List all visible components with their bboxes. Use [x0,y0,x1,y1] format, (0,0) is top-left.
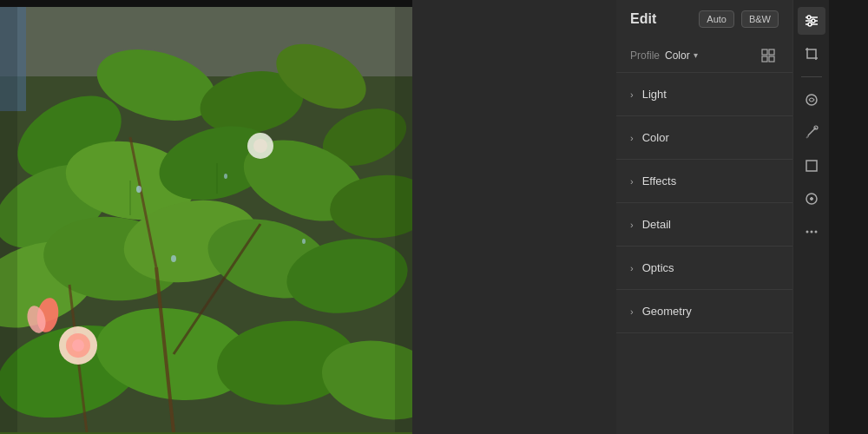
svg-point-49 [812,19,815,23]
section-label-optics: Optics [642,261,674,274]
chevron-right-icon: › [630,176,634,187]
svg-rect-53 [806,161,817,171]
svg-point-56 [806,231,808,233]
brush-icon[interactable] [798,119,825,147]
chevron-right-icon: › [630,133,634,143]
svg-rect-44 [769,56,774,62]
chevron-right-icon: › [630,263,634,273]
section-item-geometry[interactable]: › Geometry [616,290,792,333]
chevron-right-icon: › [630,89,634,100]
svg-point-34 [253,139,267,153]
svg-point-55 [810,198,812,201]
middle-panel [412,0,616,434]
svg-point-30 [72,339,84,352]
edit-content: Edit Auto B&W Profile Color ▾ › Light › [616,0,792,434]
svg-point-36 [224,174,227,179]
section-item-detail[interactable]: › Detail [616,203,792,247]
plant-photo [0,7,412,434]
sliders-icon[interactable] [798,7,825,35]
heal-icon[interactable] [798,86,825,114]
photo-area [0,0,412,434]
bw-button[interactable]: B&W [741,10,779,28]
section-item-effects[interactable]: › Effects [616,160,792,203]
right-toolbar [792,0,829,434]
mask-icon[interactable] [798,152,825,180]
svg-point-51 [806,95,817,105]
section-label-color: Color [642,131,669,144]
svg-point-38 [302,239,306,244]
section-label-effects: Effects [642,174,677,187]
sections-container: › Light › Color › Effects › Detail › Opt… [616,73,792,333]
profile-label: Profile [630,49,660,62]
edit-panel: Edit Auto B&W Profile Color ▾ › Light › [616,0,829,434]
chevron-right-icon: › [630,306,634,317]
svg-point-48 [807,16,811,19]
svg-rect-39 [0,7,17,432]
svg-rect-40 [395,7,412,432]
section-item-light[interactable]: › Light [616,73,792,116]
section-label-detail: Detail [642,218,671,231]
plant-svg [0,7,412,432]
radial-icon[interactable] [798,185,825,213]
crop-icon[interactable] [798,40,825,68]
edit-header: Edit Auto B&W [616,0,792,38]
chevron-right-icon: › [630,220,634,230]
svg-rect-43 [762,56,767,62]
profile-value[interactable]: Color [665,49,690,62]
chevron-down-icon[interactable]: ▾ [694,50,698,60]
grid-icon[interactable] [758,45,779,66]
more-icon[interactable] [798,218,825,246]
svg-point-57 [810,231,812,233]
svg-point-50 [808,23,812,26]
svg-rect-42 [769,49,774,55]
profile-row: Profile Color ▾ [616,38,792,73]
auto-button[interactable]: Auto [699,10,734,28]
section-label-geometry: Geometry [642,305,692,318]
svg-point-58 [814,231,817,233]
section-item-color[interactable]: › Color [616,116,792,160]
photo-border-top [0,0,412,7]
edit-title: Edit [630,11,692,27]
svg-point-35 [136,186,141,193]
svg-point-37 [171,255,176,262]
tool-divider [801,76,822,77]
svg-rect-41 [762,49,767,55]
section-label-light: Light [642,88,667,101]
section-item-optics[interactable]: › Optics [616,247,792,290]
